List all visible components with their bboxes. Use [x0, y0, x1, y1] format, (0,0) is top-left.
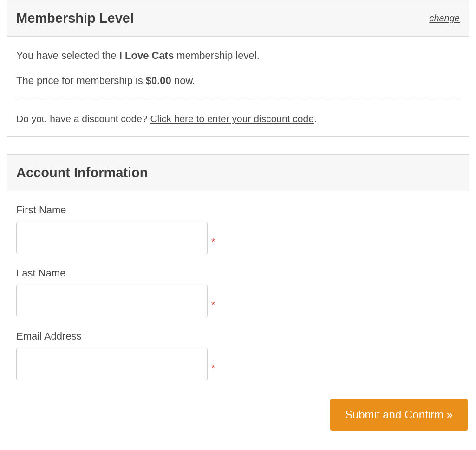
dotted-divider — [16, 100, 460, 100]
account-information-body: First Name * Last Name * Email Address * — [7, 191, 469, 394]
discount-code-line: Do you have a discount code? Click here … — [16, 113, 460, 124]
discount-code-link[interactable]: Click here to enter your discount code — [150, 113, 314, 124]
discount-question: Do you have a discount code? — [16, 113, 150, 124]
selected-level-text: You have selected the I Love Cats member… — [16, 50, 460, 62]
discount-period: . — [314, 113, 317, 124]
account-information-section: Account Information First Name * Last Na… — [7, 154, 469, 394]
membership-level-title: Membership Level — [16, 11, 134, 26]
email-label: Email Address — [16, 330, 460, 342]
required-indicator: * — [211, 300, 215, 310]
last-name-row: * — [16, 285, 460, 317]
membership-level-header: Membership Level change — [7, 0, 469, 37]
account-information-header: Account Information — [7, 155, 469, 191]
last-name-label: Last Name — [16, 267, 460, 279]
email-row: * — [16, 348, 460, 380]
required-indicator: * — [211, 237, 215, 247]
first-name-row: * — [16, 222, 460, 254]
required-indicator: * — [211, 363, 215, 373]
selected-suffix: membership level. — [174, 50, 260, 61]
account-information-title: Account Information — [16, 165, 148, 180]
price-prefix: The price for membership is — [16, 75, 146, 86]
last-name-group: Last Name * — [16, 267, 460, 317]
email-input[interactable] — [16, 348, 208, 380]
selected-prefix: You have selected the — [16, 50, 119, 61]
price-text: The price for membership is $0.00 now. — [16, 75, 460, 87]
first-name-input[interactable] — [16, 222, 208, 254]
price-value: $0.00 — [146, 75, 171, 86]
first-name-label: First Name — [16, 204, 460, 216]
last-name-input[interactable] — [16, 285, 208, 317]
price-suffix: now. — [171, 75, 195, 86]
first-name-group: First Name * — [16, 204, 460, 254]
membership-level-body: You have selected the I Love Cats member… — [7, 37, 469, 136]
submit-row: Submit and Confirm » — [0, 399, 476, 441]
email-group: Email Address * — [16, 330, 460, 380]
section-gap — [0, 137, 476, 154]
membership-level-section: Membership Level change You have selecte… — [7, 0, 469, 137]
change-level-link[interactable]: change — [429, 13, 460, 24]
submit-confirm-button[interactable]: Submit and Confirm » — [330, 399, 468, 431]
selected-level-name: I Love Cats — [119, 50, 174, 61]
